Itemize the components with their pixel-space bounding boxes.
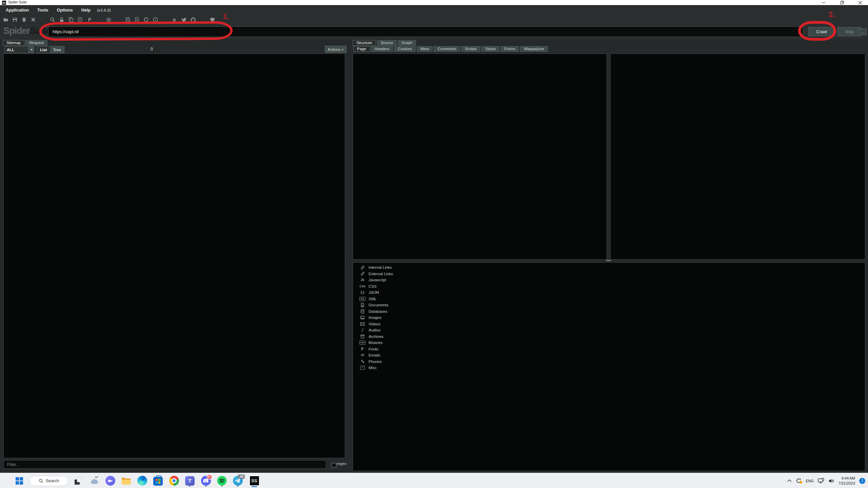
teams-button[interactable]: T xyxy=(184,474,196,487)
view-tree-button[interactable]: Tree xyxy=(50,46,64,53)
info-icon[interactable] xyxy=(152,17,158,23)
twitter-icon[interactable] xyxy=(181,17,187,23)
stop-button[interactable]: Stop xyxy=(837,27,861,36)
telegram-button[interactable]: .85 xyxy=(232,474,243,487)
resource-fonts[interactable]: F Fonts xyxy=(359,346,393,352)
resource-label: Misc xyxy=(369,366,377,370)
resource-external-links[interactable]: External Links xyxy=(359,271,393,277)
tray-sync-status[interactable] xyxy=(796,478,802,484)
restore-button[interactable] xyxy=(836,0,848,5)
resource-emails[interactable]: ✉ Emails xyxy=(359,352,393,359)
resource-phones[interactable]: Phones xyxy=(359,359,393,365)
resource-misc[interactable]: ? Misc xyxy=(359,365,393,371)
task-view-button[interactable] xyxy=(73,474,84,487)
url-input[interactable] xyxy=(48,26,803,37)
tab-structure[interactable]: Structure xyxy=(353,40,376,46)
tray-volume[interactable] xyxy=(828,478,834,484)
subtab-cookies[interactable]: Cookies xyxy=(394,46,416,52)
save-icon[interactable] xyxy=(12,17,18,23)
tab-source[interactable]: Source xyxy=(377,40,397,46)
notification-count-badge[interactable]: 1 xyxy=(859,478,865,484)
copy-pages-icon[interactable] xyxy=(68,17,74,23)
close-button[interactable] xyxy=(854,0,866,5)
tray-language[interactable]: ENG xyxy=(806,479,814,483)
unlock-icon[interactable] xyxy=(59,17,65,23)
subtab-forms[interactable]: Forms xyxy=(501,46,519,52)
css-icon: CSS xyxy=(359,285,366,288)
right-panel-tabs: Structure Source Graph xyxy=(353,40,417,46)
heart-icon[interactable] xyxy=(209,17,215,23)
resource-binaries[interactable]: HEX Binaries xyxy=(359,340,393,346)
subtab-meta[interactable]: Meta xyxy=(417,46,433,52)
menu-tools[interactable]: Tools xyxy=(36,7,50,13)
actions-button[interactable]: Actions > xyxy=(325,46,347,53)
tray-clock[interactable]: 9:44 AM 7/21/2023 xyxy=(839,476,855,486)
settings-gear-icon[interactable] xyxy=(105,17,112,23)
trash-icon[interactable] xyxy=(21,17,27,23)
resource-label: Videos xyxy=(369,322,380,326)
subtab-comments[interactable]: Comments xyxy=(434,46,460,52)
close-x-icon[interactable] xyxy=(30,17,36,23)
crawl-button[interactable]: Crawl xyxy=(808,27,835,36)
weather-widget[interactable]: 18° xyxy=(88,474,100,487)
github-icon[interactable] xyxy=(190,17,196,23)
filter-type-dropdown[interactable]: ALL xyxy=(4,46,34,53)
refresh-icon[interactable] xyxy=(143,17,149,23)
resource-javascript[interactable]: Js Javascript xyxy=(359,277,393,283)
tray-chevron-up[interactable] xyxy=(787,479,792,482)
subtab-scripts[interactable]: Scripts xyxy=(461,46,480,52)
filter-input[interactable] xyxy=(3,460,326,469)
tab-graph[interactable]: Graph xyxy=(398,40,416,46)
more-options-button[interactable]: ... xyxy=(859,28,867,35)
microsoft-store-button[interactable] xyxy=(152,474,164,487)
internet-explorer-icon[interactable]: e xyxy=(172,17,178,23)
subtab-styles[interactable]: Styles xyxy=(481,46,499,52)
view-list-button[interactable]: List xyxy=(37,46,50,53)
spidersuite-logo: SpiderSuite xyxy=(3,26,51,36)
folder-icon xyxy=(121,477,131,485)
tab-sitemap[interactable]: Sitemap xyxy=(3,40,24,46)
file-explorer-button[interactable] xyxy=(120,474,132,487)
resource-json[interactable]: {;} JSON xyxy=(359,289,393,296)
subtab-headers[interactable]: Headers xyxy=(371,46,393,52)
resource-audios[interactable]: ♪ Audios xyxy=(359,327,393,333)
proxy-p-icon[interactable]: P xyxy=(86,17,92,23)
tab-request[interactable]: Request xyxy=(25,40,47,46)
resource-label: Databases xyxy=(369,309,387,313)
subtab-wappalyzer[interactable]: Wappalyzer xyxy=(520,46,548,52)
tray-network[interactable] xyxy=(818,478,824,484)
splitter-handle[interactable] xyxy=(606,260,611,261)
spidersuite-taskbar-button[interactable]: SS xyxy=(248,474,261,487)
resource-internal-links[interactable]: Internal Links xyxy=(359,264,393,271)
menu-application[interactable]: Application xyxy=(4,7,31,13)
svg-text:P: P xyxy=(88,17,91,22)
menu-help[interactable]: Help xyxy=(80,7,92,13)
menu-options[interactable]: Options xyxy=(55,7,74,13)
start-button[interactable] xyxy=(14,474,25,487)
spotify-button[interactable] xyxy=(216,474,228,487)
search-icon[interactable] xyxy=(50,17,56,23)
chrome-button[interactable] xyxy=(168,474,180,487)
subtab-page[interactable]: Page xyxy=(353,46,370,52)
resource-images[interactable]: Images xyxy=(359,314,393,321)
shield-icon[interactable] xyxy=(77,17,83,23)
minimize-button[interactable] xyxy=(818,0,829,5)
edit-notes-icon[interactable] xyxy=(125,17,131,23)
regex-checkbox[interactable] xyxy=(332,463,336,468)
video-chat-app-button[interactable] xyxy=(104,474,116,487)
resource-documents[interactable]: Documents xyxy=(359,302,393,308)
resource-archives[interactable]: Archives xyxy=(359,333,393,340)
email-icon: ✉ xyxy=(359,353,366,357)
resource-databases[interactable]: Databases xyxy=(359,308,393,315)
edge-button[interactable] xyxy=(136,474,148,487)
open-folder-icon[interactable] xyxy=(3,17,9,23)
resource-videos[interactable]: Videos xyxy=(359,321,393,327)
report-document-icon[interactable] xyxy=(134,17,140,23)
taskbar-search[interactable]: Search xyxy=(29,476,68,486)
resource-css[interactable]: CSS CSS xyxy=(359,283,393,290)
taskbar: Search 18° xyxy=(0,473,868,488)
close-icon xyxy=(859,1,862,4)
network-icon xyxy=(818,478,824,484)
resource-xml[interactable]: XML XML xyxy=(359,296,393,302)
discord-button[interactable]: 9+ xyxy=(200,474,212,487)
